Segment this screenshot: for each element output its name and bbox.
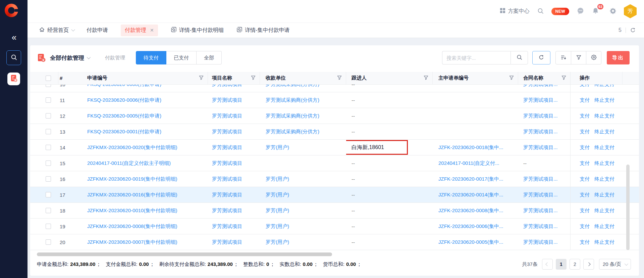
request-no-link[interactable]: FKSQ-20230620-0008(付款申请) bbox=[87, 85, 161, 88]
request-no-link[interactable]: 20240417-0011(自定义付款主子明细) bbox=[87, 160, 171, 167]
filter-funnel-icon[interactable] bbox=[424, 75, 428, 81]
row-checkbox[interactable] bbox=[30, 92, 58, 108]
stop-pay-action-link[interactable]: 终止支付 bbox=[594, 176, 614, 182]
payee-link[interactable]: 罗芳(用户) bbox=[266, 223, 289, 230]
sidebar-search-button[interactable] bbox=[6, 50, 21, 65]
request-no-link[interactable]: JZFKMX-20230620-0019(集中付款明细) bbox=[87, 176, 177, 182]
payee-link[interactable]: 罗芳测试采购商(分供方) bbox=[266, 129, 319, 135]
contract-link[interactable]: 罗芳测试项目... bbox=[523, 97, 558, 103]
request-no-link[interactable]: FKSQ-20230620-0006(付款申请) bbox=[87, 97, 161, 103]
filter-funnel-icon[interactable] bbox=[561, 75, 566, 81]
segment-all[interactable]: 全部 bbox=[197, 51, 222, 64]
stop-pay-action-link[interactable]: 终止支付 bbox=[594, 207, 614, 214]
main-request-no-link[interactable]: JZFK-20230620-0006(集中... bbox=[438, 223, 503, 230]
project-link[interactable]: 罗芳测试项目 bbox=[212, 176, 242, 182]
pay-action-link[interactable]: 支付 bbox=[580, 113, 590, 119]
main-request-no-link[interactable]: 20240417-0011(自定义付... bbox=[438, 160, 499, 167]
tab-detail-centralized-payment-request[interactable]: 详情-集中付款申请 bbox=[236, 27, 289, 34]
pay-action-link[interactable]: 支付 bbox=[580, 192, 590, 198]
project-link[interactable]: 罗芳测试项目 bbox=[212, 113, 242, 119]
close-icon[interactable]: ✕ bbox=[150, 28, 154, 33]
project-link[interactable]: 罗芳测试项目 bbox=[212, 129, 242, 135]
notifications-button[interactable]: 93 bbox=[592, 7, 599, 16]
sidebar-collapse-icon[interactable]: « bbox=[0, 32, 28, 43]
project-link[interactable]: 罗芳测试项目 bbox=[212, 85, 242, 88]
messages-button[interactable] bbox=[577, 7, 584, 16]
stop-pay-action-link[interactable]: 终止支付 bbox=[594, 113, 614, 119]
request-no-link[interactable]: JZFKMX-20230620-0020(集中付款明细) bbox=[87, 144, 177, 151]
row-checkbox[interactable] bbox=[30, 108, 58, 124]
payee-link[interactable]: 罗芳测试采购商(分供方) bbox=[266, 97, 319, 103]
project-link[interactable]: 罗芳测试项目 bbox=[212, 192, 242, 198]
stop-pay-action-link[interactable]: 终止支付 bbox=[594, 129, 614, 135]
stop-pay-action-link[interactable]: 终止支付 bbox=[594, 144, 614, 151]
payee-link[interactable]: 罗芳(用户) bbox=[266, 176, 289, 182]
pay-action-link[interactable]: 支付 bbox=[580, 176, 590, 182]
refresh-tabs-icon[interactable] bbox=[630, 27, 636, 33]
contract-link[interactable]: 罗芳测试项目... bbox=[523, 144, 558, 151]
request-no-link[interactable]: FKSQ-20230620-0005(付款申请) bbox=[87, 113, 161, 119]
page-size-select[interactable]: 20 条/页 bbox=[599, 259, 631, 270]
main-request-no-link[interactable]: JZFK-20230620-0005(集中... bbox=[438, 239, 503, 245]
tab-business-home[interactable]: 经营首页 bbox=[39, 27, 74, 34]
filter-button[interactable] bbox=[571, 51, 586, 64]
payee-link[interactable]: 罗芳(用户) bbox=[266, 192, 289, 198]
project-link[interactable]: 罗芳测试项目 bbox=[212, 239, 242, 245]
filter-funnel-icon[interactable] bbox=[199, 75, 204, 81]
main-request-no-link[interactable]: JZFK-20230620-0017(集中... bbox=[438, 176, 503, 182]
row-checkbox[interactable] bbox=[30, 234, 58, 250]
vertical-scrollbar[interactable] bbox=[626, 165, 630, 250]
project-link[interactable]: 罗芳测试项目 bbox=[212, 207, 242, 214]
refresh-button[interactable] bbox=[532, 51, 550, 64]
solution-center-button[interactable]: 方案中心 bbox=[500, 8, 530, 15]
user-avatar[interactable]: 芳 bbox=[624, 4, 637, 18]
contract-link[interactable]: 罗芳测试项目... bbox=[523, 176, 558, 182]
stop-pay-action-link[interactable]: 终止支付 bbox=[594, 239, 614, 245]
contract-link[interactable]: -- bbox=[523, 160, 527, 166]
row-checkbox[interactable] bbox=[30, 219, 58, 234]
payee-link[interactable]: 罗芳测试采购商(分供方) bbox=[266, 85, 319, 88]
main-request-no-link[interactable]: JZFK-20230620-0008(集中... bbox=[438, 207, 503, 214]
filter-funnel-icon[interactable] bbox=[337, 75, 342, 81]
tab-detail-centralized-payment-detail[interactable]: 详情-集中付款明细 bbox=[171, 27, 224, 34]
contract-link[interactable]: 罗芳测试项目... bbox=[523, 85, 558, 88]
column-settings-button[interactable] bbox=[586, 51, 601, 64]
contract-link[interactable]: 罗芳测试项目... bbox=[523, 113, 558, 119]
stop-pay-action-link[interactable]: 终止支付 bbox=[594, 223, 614, 230]
segment-pending-pay[interactable]: 待支付 bbox=[136, 51, 166, 64]
contract-link[interactable]: 罗芳测试项目... bbox=[523, 239, 558, 245]
pay-action-link[interactable]: 支付 bbox=[580, 160, 590, 167]
payee-link[interactable]: 罗芳(用户) bbox=[266, 207, 289, 214]
project-link[interactable]: 罗芳测试项目 bbox=[212, 97, 242, 103]
export-button[interactable]: 导出 bbox=[607, 51, 630, 64]
pay-action-link[interactable]: 支付 bbox=[580, 207, 590, 214]
row-checkbox[interactable] bbox=[30, 203, 58, 218]
keyword-search-input[interactable] bbox=[442, 51, 511, 64]
request-no-link[interactable]: JZFKMX-20230620-0016(集中付款明细) bbox=[87, 192, 177, 198]
select-all-checkbox[interactable] bbox=[30, 72, 58, 84]
row-checkbox[interactable] bbox=[30, 140, 58, 155]
pay-action-link[interactable]: 支付 bbox=[580, 129, 590, 135]
filter-funnel-icon[interactable] bbox=[509, 75, 514, 81]
request-no-link[interactable]: JZFKMX-20230620-0010(集中付款明细) bbox=[87, 207, 177, 214]
row-checkbox[interactable] bbox=[30, 124, 58, 139]
payee-link[interactable]: 罗芳(用户) bbox=[266, 144, 289, 151]
global-search-button[interactable] bbox=[537, 7, 544, 15]
sidebar-item-payment-app[interactable]: ¥ bbox=[7, 73, 20, 85]
request-no-link[interactable]: FKSQ-20230620-0001(付款申请) bbox=[87, 129, 161, 135]
project-link[interactable]: 罗芳测试项目 bbox=[212, 144, 242, 151]
new-badge[interactable]: NEW bbox=[551, 8, 570, 15]
row-checkbox[interactable] bbox=[30, 171, 58, 187]
row-checkbox[interactable] bbox=[30, 85, 58, 92]
project-link[interactable]: 罗芳测试项目 bbox=[212, 160, 242, 167]
pay-action-link[interactable]: 支付 bbox=[580, 144, 590, 151]
pay-action-link[interactable]: 支付 bbox=[580, 223, 590, 230]
settings-button[interactable] bbox=[609, 7, 616, 15]
stop-pay-action-link[interactable]: 终止支付 bbox=[594, 192, 614, 198]
pay-action-link[interactable]: 支付 bbox=[580, 239, 590, 245]
sort-button[interactable] bbox=[556, 51, 571, 64]
page-button-2[interactable]: 2 bbox=[570, 259, 580, 270]
search-button[interactable] bbox=[511, 51, 528, 64]
main-request-no-link[interactable]: JZFK-20230620-0018(集中... bbox=[438, 144, 503, 151]
tab-payment-management[interactable]: 付款管理 ✕ bbox=[121, 25, 158, 36]
